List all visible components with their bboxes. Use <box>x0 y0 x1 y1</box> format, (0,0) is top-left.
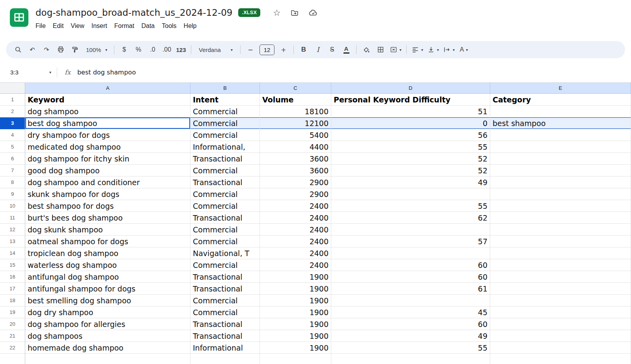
cell-D14[interactable] <box>331 247 490 259</box>
cell-D21[interactable]: 49 <box>331 330 490 342</box>
formula-input[interactable]: best dog shampoo <box>77 69 136 76</box>
merge-cells-button[interactable]: ▾ <box>388 43 403 56</box>
sheets-logo-icon[interactable] <box>10 8 28 27</box>
row-header-3[interactable]: 3 <box>0 117 25 129</box>
cell-C16[interactable]: 1900 <box>260 271 331 283</box>
row-header-16[interactable]: 16 <box>0 271 25 283</box>
star-icon[interactable]: ☆ <box>273 8 281 18</box>
cell-A18[interactable]: best smelling dog shampoo <box>25 295 190 306</box>
row-header-4[interactable]: 4 <box>0 129 25 141</box>
cell-B5[interactable]: Informational, <box>190 141 260 153</box>
cell-B17[interactable]: Transactional <box>190 283 260 295</box>
cell-D17[interactable]: 61 <box>331 283 490 295</box>
row-header-6[interactable]: 6 <box>0 153 25 165</box>
cell-E21[interactable] <box>490 330 631 342</box>
cell-E13[interactable] <box>490 236 631 247</box>
column-header-E[interactable]: E <box>490 83 631 94</box>
row-header-17[interactable]: 17 <box>0 283 25 295</box>
cell-B2[interactable]: Commercial <box>190 106 260 117</box>
column-header-D[interactable]: D <box>331 83 490 94</box>
cell-C20[interactable]: 1900 <box>260 318 331 330</box>
menu-tools[interactable]: Tools <box>158 21 180 31</box>
cell-B18[interactable]: Commercial <box>190 295 260 306</box>
cell-B7[interactable]: Commercial <box>190 165 260 176</box>
cell-E4[interactable] <box>490 129 631 141</box>
select-all-corner[interactable] <box>0 83 25 94</box>
cell-A20[interactable]: dog shampoo for allergies <box>25 318 190 330</box>
row-header-22[interactable]: 22 <box>0 342 25 354</box>
decrease-decimal-button[interactable]: .0 <box>146 43 160 56</box>
cell-A15[interactable]: waterless dog shampoo <box>25 259 190 271</box>
menu-file[interactable]: File <box>32 21 49 31</box>
cell-C21[interactable]: 1900 <box>260 330 331 342</box>
cell-A11[interactable]: burt's bees dog shampoo <box>25 212 190 224</box>
cell-E7[interactable] <box>490 165 631 176</box>
cell-B6[interactable]: Transactional <box>190 153 260 165</box>
cell-E2[interactable] <box>490 106 631 117</box>
italic-button[interactable]: I <box>311 43 325 56</box>
cell-A8[interactable]: dog shampoo and conditioner <box>25 176 190 188</box>
cell-Bx[interactable] <box>190 354 260 364</box>
cell-D2[interactable]: 51 <box>331 106 490 117</box>
cell-E12[interactable] <box>490 224 631 236</box>
document-title[interactable]: dog-shampoo_broad-match_us_2024-12-09 <box>35 7 232 18</box>
menu-insert[interactable]: Insert <box>88 21 111 31</box>
cell-B16[interactable]: Transactional <box>190 271 260 283</box>
cell-E1[interactable]: Category <box>490 94 631 106</box>
format-percent-button[interactable]: % <box>131 43 146 56</box>
redo-button[interactable]: ↷ <box>39 43 54 56</box>
cell-D13[interactable]: 57 <box>331 236 490 247</box>
row-header-partial[interactable] <box>0 354 25 364</box>
paint-format-button[interactable] <box>68 43 82 56</box>
print-button[interactable] <box>54 43 68 56</box>
more-formats-button[interactable]: 123 <box>174 43 188 56</box>
font-size-input[interactable]: 12 <box>259 45 274 55</box>
cell-C3[interactable]: 12100 <box>260 117 331 129</box>
row-header-7[interactable]: 7 <box>0 165 25 176</box>
cell-D16[interactable]: 60 <box>331 271 490 283</box>
cell-B4[interactable]: Commercial <box>190 129 260 141</box>
cell-C13[interactable]: 2400 <box>260 236 331 247</box>
cell-D18[interactable] <box>331 295 490 306</box>
cloud-status-icon[interactable] <box>308 8 318 17</box>
cell-A19[interactable]: dog dry shampoo <box>25 306 190 318</box>
text-rotation-button[interactable]: A ▾ <box>457 43 471 56</box>
cell-D7[interactable]: 52 <box>331 165 490 176</box>
cell-B12[interactable]: Commercial <box>190 224 260 236</box>
cell-D3[interactable]: 0 <box>331 117 490 129</box>
text-wrap-button[interactable]: ▾ <box>441 43 457 56</box>
cell-C7[interactable]: 3600 <box>260 165 331 176</box>
cell-C12[interactable]: 2400 <box>260 224 331 236</box>
cell-D22[interactable]: 55 <box>331 342 490 354</box>
row-header-8[interactable]: 8 <box>0 176 25 188</box>
cell-Cx[interactable] <box>260 354 331 364</box>
zoom-selector[interactable]: 100% ▾ <box>82 43 111 56</box>
fill-color-button[interactable] <box>359 43 373 56</box>
cell-B11[interactable]: Transactional <box>190 212 260 224</box>
menu-edit[interactable]: Edit <box>49 21 67 31</box>
cell-B8[interactable]: Transactional <box>190 176 260 188</box>
row-header-21[interactable]: 21 <box>0 330 25 342</box>
cell-D12[interactable] <box>331 224 490 236</box>
cell-E22[interactable] <box>490 342 631 354</box>
search-button[interactable] <box>11 43 25 56</box>
increase-font-size-button[interactable]: + <box>276 43 291 56</box>
cell-A2[interactable]: dog shampoo <box>25 106 190 117</box>
cell-A10[interactable]: best shampoo for dogs <box>25 200 190 212</box>
cell-E11[interactable] <box>490 212 631 224</box>
row-header-12[interactable]: 12 <box>0 224 25 236</box>
cell-A14[interactable]: tropiclean dog shampoo <box>25 247 190 259</box>
row-header-2[interactable]: 2 <box>0 106 25 117</box>
cell-B15[interactable]: Commercial <box>190 259 260 271</box>
cell-E5[interactable] <box>490 141 631 153</box>
cell-Ax[interactable] <box>25 354 190 364</box>
strikethrough-button[interactable]: S <box>325 43 339 56</box>
cell-A3[interactable]: best dog shampoo <box>25 117 190 129</box>
cell-E3[interactable]: best shampoo <box>490 117 631 129</box>
menu-format[interactable]: Format <box>111 21 138 31</box>
cell-E14[interactable] <box>490 247 631 259</box>
cell-D20[interactable]: 60 <box>331 318 490 330</box>
cell-E9[interactable] <box>490 188 631 200</box>
font-selector[interactable]: Verdana ▾ <box>194 43 237 56</box>
cell-C19[interactable]: 1900 <box>260 306 331 318</box>
